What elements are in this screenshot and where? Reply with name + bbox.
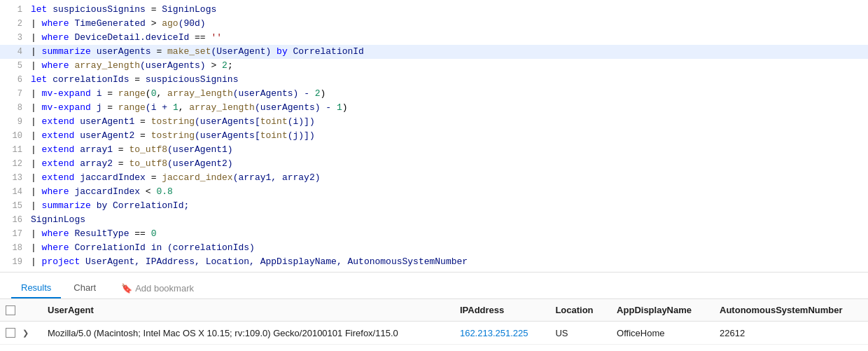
col-header-IPAddress[interactable]: IPAddress	[451, 299, 547, 322]
add-bookmark-button[interactable]: 🔖Add bookmark	[114, 279, 201, 298]
token-str: ''	[211, 32, 222, 43]
token-pipe: |	[31, 60, 42, 71]
code-content: | where jaccardIndex < 0.8	[31, 185, 862, 199]
token-var: ResultType	[74, 228, 129, 239]
col-header-AppDisplayName[interactable]: AppDisplayName	[608, 299, 711, 322]
line-number: 1	[6, 3, 22, 17]
token-kw: where	[42, 186, 75, 197]
token-op: )	[342, 102, 348, 113]
token-op: >	[206, 60, 222, 71]
token-var: (userAgents)	[140, 60, 206, 71]
token-var: (userAgent1)	[167, 144, 233, 155]
row-select-cell: ❯	[0, 322, 39, 345]
token-var: (UserAgent)	[211, 46, 276, 57]
token-fn: array_length	[189, 102, 255, 113]
tab-chart[interactable]: Chart	[64, 278, 106, 298]
token-var: userAgents	[97, 46, 151, 57]
col-header-UserAgent[interactable]: UserAgent	[39, 299, 451, 322]
line-number: 17	[6, 227, 22, 241]
code-line-8: 8| mv-expand j = range(i + 1, array_leng…	[0, 101, 868, 115]
token-fn: toint	[260, 116, 288, 127]
token-pipe: |	[31, 88, 42, 99]
token-pipe: |	[31, 228, 42, 239]
results-table: UserAgentIPAddressLocationAppDisplayName…	[0, 299, 868, 351]
col-header-checkbox	[0, 299, 39, 322]
code-line-14: 14| where jaccardIndex < 0.8	[0, 185, 868, 199]
token-pipe: |	[31, 102, 42, 113]
token-var: by CorrelationId;	[97, 200, 190, 211]
line-number: 14	[6, 185, 22, 199]
token-var: (array1, array2)	[233, 172, 321, 183]
cell-IPAddress: 162.213.251.225	[451, 322, 547, 345]
row-expand-button[interactable]: ❯	[20, 327, 31, 338]
token-pipe: |	[31, 158, 42, 169]
token-num: 0.8	[156, 186, 172, 197]
token-var: CorrelationId	[293, 46, 364, 57]
token-op: =	[134, 130, 150, 141]
token-var: DeviceDetail.deviceId	[74, 32, 189, 43]
col-header-Location[interactable]: Location	[547, 299, 608, 322]
code-editor: 1let suspiciousSignins = SigninLogs2| wh…	[0, 0, 868, 273]
code-content: let suspiciousSignins = SigninLogs	[31, 3, 862, 17]
token-var: correlationIds	[52, 74, 129, 85]
line-number: 6	[6, 73, 22, 87]
token-num: 2	[315, 88, 321, 99]
token-kw: let	[31, 74, 52, 85]
token-kw: mv-expand	[42, 88, 97, 99]
row-checkbox[interactable]	[6, 328, 15, 338]
token-var: suspiciousSignins	[52, 4, 146, 15]
token-op: (	[146, 88, 151, 99]
token-op: ==	[129, 228, 150, 239]
token-pipe: |	[31, 242, 42, 253]
token-fn: to_utf8	[129, 158, 167, 169]
token-op: <	[140, 186, 156, 197]
tab-results[interactable]: Results	[11, 278, 61, 298]
token-pipe: |	[31, 186, 42, 197]
col-header-AutonomousSystemNumber[interactable]: AutonomousSystemNumber	[711, 299, 868, 322]
token-var: in (correlationIds)	[146, 242, 255, 253]
token-op: =	[146, 172, 162, 183]
token-var: (i)])	[288, 116, 315, 127]
code-content: | where array_length(userAgents) > 2;	[31, 59, 862, 73]
token-var: userAgent1	[80, 116, 134, 127]
token-pipe: |	[31, 116, 42, 127]
code-line-17: 17| where ResultType == 0	[0, 227, 868, 241]
cell-UserAgent: Mozilla/5.0 (Macintosh; Intel Mac OS X 1…	[39, 322, 451, 345]
token-fn: ago	[162, 18, 178, 29]
line-number: 4	[6, 45, 22, 59]
code-content: | extend array2 = to_utf8(userAgent2)	[31, 157, 862, 171]
line-number: 18	[6, 241, 22, 255]
token-var: array2	[80, 158, 113, 169]
token-var: CorrelationId	[74, 242, 145, 253]
code-content: let correlationIds = suspiciousSignins	[31, 73, 862, 87]
token-var: UserAgent, IPAddress, Location, AppDispl…	[85, 256, 468, 267]
token-kw: extend	[42, 116, 80, 127]
token-kw: where	[42, 228, 75, 239]
token-op: =	[151, 46, 167, 57]
select-all-checkbox[interactable]	[6, 305, 15, 315]
token-kw: where	[42, 18, 75, 29]
code-content: | where ResultType == 0	[31, 227, 862, 241]
code-line-13: 13| extend jaccardIndex = jaccard_index(…	[0, 171, 868, 185]
line-number: 12	[6, 157, 22, 171]
table-row: ❯Mozilla/5.0 (Macintosh; Intel Mac OS X …	[0, 322, 868, 345]
token-op: ,	[178, 102, 190, 113]
tabs-bar: ResultsChart🔖Add bookmark	[0, 273, 868, 299]
token-fn: tostring	[151, 130, 195, 141]
code-line-5: 5| where array_length(userAgents) > 2;	[0, 59, 868, 73]
cell-UserAgent: Mozilla/5.0 (Macintosh; Intel Mac OS X 1…	[39, 345, 451, 352]
line-number: 2	[6, 17, 22, 31]
token-var: jaccardIndex	[80, 172, 146, 183]
code-content: SigninLogs	[31, 213, 862, 227]
cell-AutonomousSystemNumber: 22612	[711, 345, 868, 352]
bookmark-icon: 🔖	[121, 283, 132, 294]
code-content: | where DeviceDetail.deviceId == ''	[31, 31, 862, 45]
token-kw: where	[42, 32, 75, 43]
token-op: ;	[227, 60, 233, 71]
code-line-7: 7| mv-expand i = range(0, array_length(u…	[0, 87, 868, 101]
token-fn: array_length	[74, 60, 140, 71]
code-line-11: 11| extend array1 = to_utf8(userAgent1)	[0, 143, 868, 157]
token-kw: by	[276, 46, 293, 57]
token-var: (userAgents[	[195, 130, 260, 141]
line-number: 13	[6, 171, 22, 185]
